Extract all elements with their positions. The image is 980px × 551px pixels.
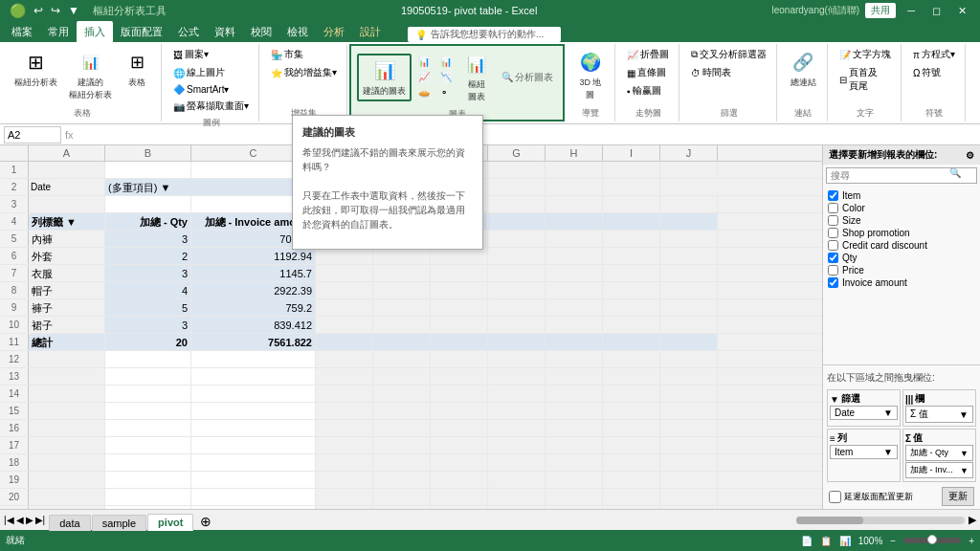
redo-btn[interactable]: ↪ xyxy=(49,4,62,17)
col-header-h[interactable]: H xyxy=(546,145,603,161)
zoom-slider[interactable] xyxy=(903,538,961,543)
sheet-tab-sample[interactable]: sample xyxy=(92,515,146,531)
bar-chart-btn[interactable]: 📊 xyxy=(436,55,456,69)
pivot-field-shop-promo-checkbox[interactable] xyxy=(828,228,838,238)
recommended-charts-btn[interactable]: 📊 建議的圖表 xyxy=(357,54,412,101)
pivot-field-color-label[interactable]: Color xyxy=(842,203,865,213)
page-layout-btn[interactable]: 📄 xyxy=(801,536,813,546)
rows-zone-arrow[interactable]: ▼ xyxy=(883,447,893,457)
tab-nav-first-icon[interactable]: |◀ xyxy=(4,515,14,525)
pivot-field-qty-label[interactable]: Qty xyxy=(842,253,858,263)
pivot-field-shop-promo-label[interactable]: Shop promotion xyxy=(842,228,910,238)
tab-nav-prev-icon[interactable]: ◀ xyxy=(16,515,24,525)
values-zone-qty-arrow[interactable]: ▼ xyxy=(960,449,969,458)
pie-chart-btn[interactable]: 🥧 xyxy=(414,85,434,99)
slicer-btn[interactable]: ⧉交叉分析篩選器 xyxy=(687,46,770,63)
values-zone-inv-arrow[interactable]: ▼ xyxy=(960,466,969,475)
minimize-btn[interactable]: ─ xyxy=(902,5,921,16)
pivot-field-color-checkbox[interactable] xyxy=(828,203,838,213)
scroll-right-icon[interactable]: ▶ xyxy=(969,514,976,526)
win-loss-btn[interactable]: ▪輸赢圖 xyxy=(623,82,665,99)
zoom-out-icon[interactable]: − xyxy=(890,536,896,546)
symbol-btn[interactable]: Ω符號 xyxy=(909,64,945,81)
column-zone-arrow[interactable]: ▼ xyxy=(959,409,969,420)
name-box[interactable] xyxy=(4,126,61,143)
header-footer-btn[interactable]: ⊟頁首及頁尾 xyxy=(835,64,881,95)
store-btn[interactable]: 🏪市集 xyxy=(267,46,307,63)
pivot-field-size-checkbox[interactable] xyxy=(828,215,838,226)
pivot-field-cc-discount-checkbox[interactable] xyxy=(828,240,838,251)
filter-zone-date-arrow[interactable]: ▼ xyxy=(883,408,893,418)
bar-sparkline-btn[interactable]: ▦直條圖 xyxy=(623,64,670,81)
recommended-pivot-btn[interactable]: 📊 建議的樞紐分析表 xyxy=(64,46,117,104)
delay-update-label[interactable]: 延遲版面配置更新 xyxy=(844,491,913,503)
normal-view-btn[interactable]: 📊 xyxy=(839,536,851,546)
equation-btn[interactable]: π方程式▾ xyxy=(909,46,959,63)
pivot-table-btn[interactable]: ⊞ 樞紐分析表 xyxy=(10,46,62,92)
delay-update-checkbox[interactable] xyxy=(829,491,841,503)
screenshot-btn[interactable]: 📷螢幕擷取畫面▾ xyxy=(169,98,253,115)
pivot-zone-filters-item[interactable]: Date ▼ xyxy=(830,406,898,420)
pivot-field-item-label[interactable]: Item xyxy=(842,190,860,201)
pivot-zone-values-qty[interactable]: 加總 - Qty ▼ xyxy=(905,445,973,461)
column-chart-btn[interactable]: 📊 xyxy=(414,55,434,69)
tab-view[interactable]: 檢視 xyxy=(279,21,316,42)
tab-nav-last-icon[interactable]: ▶| xyxy=(35,515,46,525)
area-chart-btn[interactable]: 📉 xyxy=(436,70,456,84)
formula-input[interactable] xyxy=(78,129,976,141)
tab-layout[interactable]: 版面配置 xyxy=(113,21,170,42)
textbox-btn[interactable]: 📝文字方塊 xyxy=(835,46,895,63)
fold-chart-btn[interactable]: 📈折疊圖 xyxy=(623,46,673,63)
page-break-btn[interactable]: 📋 xyxy=(820,536,832,546)
col-header-i[interactable]: I xyxy=(603,145,660,161)
tell-me-box[interactable]: 💡 告訴我您想要執行的動作... xyxy=(408,27,561,42)
hyperlink-btn[interactable]: 🔗 總連結 xyxy=(785,46,821,92)
scatter-chart-btn[interactable]: ⚬ xyxy=(436,85,456,99)
restore-btn[interactable]: ◻ xyxy=(926,5,947,17)
sheet-tab-pivot[interactable]: pivot xyxy=(147,514,193,531)
pivot-field-invoice-checkbox[interactable] xyxy=(828,277,838,288)
horizontal-scrollbar[interactable] xyxy=(796,517,965,524)
add-sheet-icon[interactable]: ⊕ xyxy=(194,512,217,531)
pivot-zone-rows-item[interactable]: Item ▼ xyxy=(830,445,898,459)
images-btn[interactable]: 🖼圖案▾ xyxy=(169,46,212,63)
pivot-zone-columns-item[interactable]: Σ 值 ▼ xyxy=(905,406,973,423)
col-header-a[interactable]: A xyxy=(29,145,105,161)
tab-design[interactable]: 設計 xyxy=(352,21,389,42)
analysis-btn[interactable]: 🔍分析圖表 xyxy=(498,69,557,86)
filter-arrow-header[interactable]: ▼ xyxy=(66,216,77,228)
online-pictures-btn[interactable]: 🌐線上圖片 xyxy=(169,64,229,81)
zoom-in-icon[interactable]: + xyxy=(969,536,974,546)
pivot-field-invoice-label[interactable]: Invoice amount xyxy=(842,277,907,288)
close-btn[interactable]: ✕ xyxy=(952,5,972,17)
pivot-settings-icon[interactable]: ⚙ xyxy=(966,150,974,161)
timeline-btn[interactable]: ⏱時間表 xyxy=(687,64,735,81)
share-btn[interactable]: 共用 xyxy=(865,3,896,18)
tab-insert[interactable]: 插入 xyxy=(77,21,113,42)
tab-analyze[interactable]: 分析 xyxy=(316,21,352,42)
pivot-update-btn[interactable]: 更新 xyxy=(942,487,974,506)
my-addins-btn[interactable]: ⭐我的增益集▾ xyxy=(267,64,341,81)
pivot-field-size-label[interactable]: Size xyxy=(842,215,860,226)
col-header-j[interactable]: J xyxy=(660,145,718,161)
pivot-zone-values-inv[interactable]: 加總 - Inv... ▼ xyxy=(905,462,973,478)
smartart-btn[interactable]: 🔷SmartArt▾ xyxy=(169,82,233,97)
tab-formula[interactable]: 公式 xyxy=(170,21,207,42)
line-chart-btn[interactable]: 📈 xyxy=(414,70,434,84)
pivot-field-qty-checkbox[interactable] xyxy=(828,253,838,263)
pivot-field-price-label[interactable]: Price xyxy=(842,265,864,276)
tab-nav-next-icon[interactable]: ▶ xyxy=(26,515,33,525)
filter-dropdown-icon[interactable]: ▼ xyxy=(160,182,170,193)
table-btn[interactable]: ⊞ 表格 xyxy=(119,46,155,92)
tab-file[interactable]: 檔案 xyxy=(4,21,40,42)
col-header-b[interactable]: B xyxy=(105,145,191,161)
pivot-chart-main-btn[interactable]: 📊 樞紐圖表 xyxy=(458,48,495,106)
tab-home[interactable]: 常用 xyxy=(40,21,77,42)
col-header-g[interactable]: G xyxy=(488,145,546,161)
tab-review[interactable]: 校閱 xyxy=(243,21,279,42)
undo-btn[interactable]: ↩ xyxy=(32,4,45,17)
pivot-field-cc-discount-label[interactable]: Credit card discount xyxy=(842,240,927,251)
pivot-field-item-checkbox[interactable] xyxy=(828,190,838,201)
pivot-field-price-checkbox[interactable] xyxy=(828,265,838,276)
customize-icon[interactable]: ▼ xyxy=(66,4,81,17)
